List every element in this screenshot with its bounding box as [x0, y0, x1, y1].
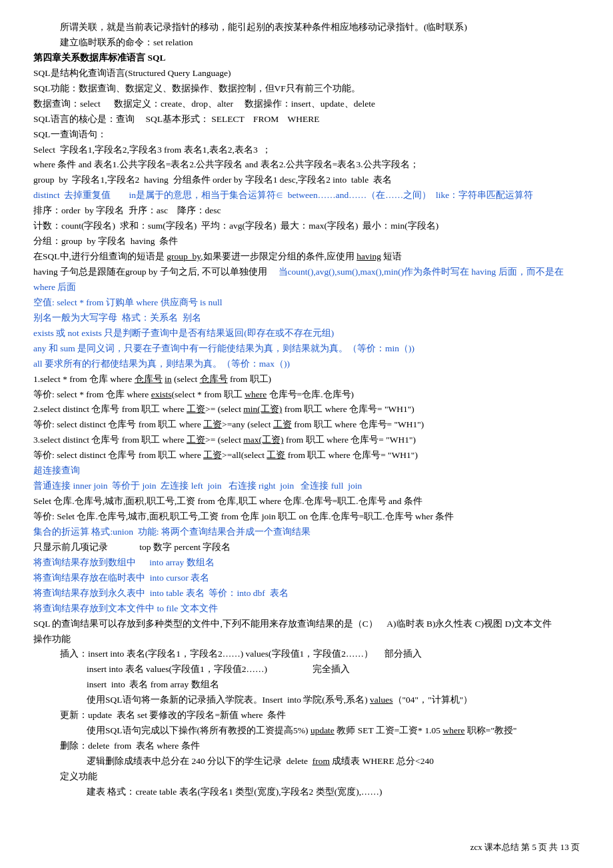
- line-any: any 和 sum 是同义词，只要在子查询中有一行能使结果为真，则结果就为真。（…: [33, 341, 580, 357]
- line-alias: 别名一般为大写字母 格式：关系名 别名: [33, 311, 580, 326]
- line-groupby: 分组：group by 字段名 having 条件: [33, 234, 580, 249]
- line-sql-intro: SQL是结构化查询语言(Structured Query Language): [33, 66, 580, 81]
- line-exists: exists 或 not exists 只是判断子查询中是否有结果返回(即存在或…: [33, 326, 580, 341]
- line-update-example: 使用SQL语句完成以下操作(将所有教授的工资提高5%) update 教师 SE…: [87, 723, 580, 739]
- line-sql-store-q: SQL 的查询结果可以存放到多种类型的文件中,下列不能用来存放查询结果的是（C）…: [33, 617, 580, 632]
- line-insert-title: 插入：insert into 表名(字段名1，字段名2……) values(字段…: [60, 647, 580, 662]
- line-ex1-eq: 等价: select * from 仓库 where exists(select…: [33, 387, 580, 403]
- line-ex3: 3.select distinct 仓库号 from 职工 where 工资>=…: [33, 433, 580, 448]
- line-array: 将查询结果存放到数组中 into array 数组名: [33, 555, 580, 571]
- page-footer: zcx 课本总结 第 5 页 共 13 页: [470, 840, 580, 855]
- line-count: 计数：count(字段名) 求和：sum(字段名) 平均：avg(字段名) 最大…: [33, 219, 580, 234]
- line-delete-example: 逻辑删除成绩表中总分在 240 分以下的学生记录 delete from 成绩表…: [87, 754, 580, 769]
- line-define-func: 定义功能: [60, 769, 580, 785]
- line-where: where 条件 and 表名1.公共字段名=表名2.公共字段名 and 表名2…: [33, 157, 580, 173]
- line-joins: 普通连接 inner join 等价于 join 左连接 left join 右…: [33, 479, 580, 494]
- line-superjoin: 超连接查询: [33, 463, 580, 479]
- footer-text: zcx 课本总结 第 5 页 共 13 页: [470, 842, 580, 852]
- line-selet2: 等价: Selet 仓库.仓库号,城市,面积,职工号,工资 from 仓库 jo…: [33, 509, 580, 525]
- line-sql-query: SQL一查询语句：: [33, 127, 580, 143]
- line-sql-categories: 数据查询：select 数据定义：create、drop、alter 数据操作：…: [33, 97, 580, 112]
- line-delete-title: 删除：delete from 表名 where 条件: [60, 739, 580, 754]
- line-insert-example: 使用SQL语句将一条新的记录插入学院表。Insert into 学院(系号,系名…: [87, 693, 580, 708]
- line-create-table: 建表 格式：create table 表名(字段名1 类型(宽度),字段名2 类…: [87, 785, 580, 800]
- line-insert-full: insert into 表名 values(字段值1，字段值2……) 完全插入: [87, 662, 580, 677]
- line-having: having 子句总是跟随在group by 子句之后, 不可以单独使用 当co…: [33, 265, 580, 295]
- line-top: 只显示前几项记录 top 数字 percent 字段名: [33, 540, 580, 555]
- line-all: all 要求所有的行都使结果为真，则结果为真。（等价：max（)): [33, 357, 580, 372]
- line-group: group by 字段名1,字段名2 having 分组条件 order by …: [33, 173, 580, 188]
- line-insert-array: insert into 表名 from array 数组名: [87, 677, 580, 693]
- line-order: 排序：order by 字段名 升序：asc 降序：desc: [33, 203, 580, 219]
- line-ops: 操作功能: [33, 632, 580, 647]
- line-sql-core: SQL语言的核心是：查询 SQL基本形式： SELECT FROM WHERE: [33, 112, 580, 127]
- line-groupby-note: 在SQL中,进行分组查询的短语是 group by,如果要进一步限定分组的条件,…: [33, 249, 580, 265]
- chapter-title: 第四章关系数据库标准语言 SQL: [33, 51, 580, 66]
- line-cursor: 将查询结果存放在临时表中 into cursor 表名: [33, 571, 580, 586]
- line-ex2: 2.select distinct 仓库号 from 职工 where 工资>=…: [33, 402, 580, 417]
- line-file: 将查询结果存放到文本文件中 to file 文本文件: [33, 601, 580, 617]
- line-table: 将查询结果存放到永久表中 into table 表名 等价：into dbf 表…: [33, 586, 580, 601]
- line-update-title: 更新：update 表名 set 要修改的字段名=新值 where 条件: [60, 708, 580, 723]
- line-ex3-eq: 等价: select distinct 仓库号 from 职工 where 工资…: [33, 448, 580, 463]
- line-sql-func: SQL功能：数据查询、数据定义、数据操作、数据控制，但VF只有前三个功能。: [33, 81, 580, 97]
- line-2: 建立临时联系的命令：set relation: [60, 35, 580, 51]
- line-ex2-eq: 等价: select distinct 仓库号 from 职工 where 工资…: [33, 417, 580, 433]
- line-union-title: 集合的折运算 格式:union 功能: 将两个查询结果合并成一个查询结果: [33, 525, 580, 540]
- line-ex1: 1.select * from 仓库 where 仓库号 in (select …: [33, 372, 580, 387]
- line-1: 所谓关联，就是当前表记录指针的移动，能引起别的表按某种条件相应地移动记录指针。(…: [60, 20, 580, 35]
- line-null: 空值: select * from 订购单 where 供应商号 is null: [33, 295, 580, 311]
- line-distinct: distinct 去掉重复值 in是属于的意思，相当于集合运算符∈ betwee…: [33, 188, 580, 203]
- page-content: 所谓关联，就是当前表记录指针的移动，能引起别的表按某种条件相应地移动记录指针。(…: [33, 20, 580, 800]
- line-select: Select 字段名1,字段名2,字段名3 from 表名1,表名2,表名3 ；: [33, 143, 580, 158]
- line-selet1: Selet 仓库.仓库号,城市,面积,职工号,工资 from 仓库,职工 whe…: [33, 494, 580, 509]
